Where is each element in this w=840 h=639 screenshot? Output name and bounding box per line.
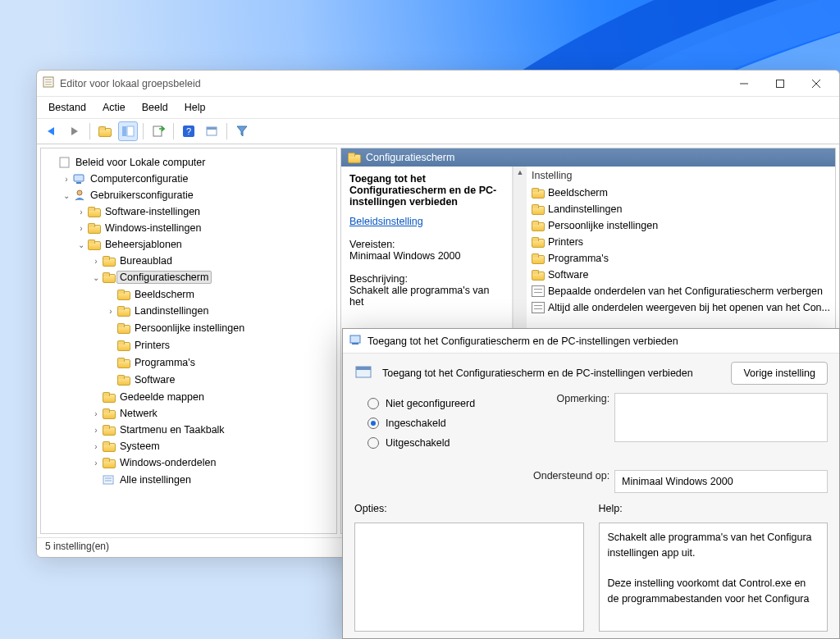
description-value: Schakelt alle programma's van het	[349, 285, 504, 308]
svg-rect-17	[76, 182, 81, 184]
column-header-setting[interactable]: Instelling	[532, 170, 830, 181]
svg-rect-5	[777, 80, 784, 87]
scroll-up-icon[interactable]: ▲	[517, 168, 524, 176]
tree-printers[interactable]: Printers	[105, 337, 173, 354]
menu-action[interactable]: Actie	[94, 98, 134, 116]
forward-button[interactable]	[65, 121, 84, 141]
dialog-titlebar[interactable]: Toegang tot het Configuratiescherm en de…	[343, 329, 839, 354]
tree-all-settings[interactable]: Alle instellingen	[90, 472, 194, 488]
options-box[interactable]	[354, 523, 584, 632]
help-box[interactable]: Schakelt alle programma's van het Config…	[599, 523, 829, 632]
policy-dialog: Toegang tot het Configuratiescherm en de…	[342, 328, 840, 639]
content-header-title: Configuratiescherm	[366, 152, 454, 163]
comment-field[interactable]	[614, 393, 828, 442]
export-button[interactable]	[148, 121, 168, 141]
tree-shared-folders[interactable]: Gedeelde mappen	[90, 389, 208, 405]
tree-windows-components[interactable]: ›Windows-onderdelen	[90, 454, 219, 471]
svg-rect-16	[74, 175, 84, 181]
help-paragraph-1: Schakelt alle programma's van het Config…	[608, 530, 819, 561]
folder-icon	[532, 204, 545, 215]
dialog-window-title: Toegang tot het Configuratiescherm en de…	[368, 335, 678, 347]
policy-setting-link[interactable]: Beleidsinstelling	[349, 216, 423, 227]
supported-value: Minimaal Windows 2000	[614, 470, 828, 493]
policy-icon	[532, 302, 545, 313]
tree-computer-config[interactable]: ›Computerconfiguratie	[61, 171, 192, 187]
svg-point-18	[77, 190, 82, 195]
up-button[interactable]	[95, 121, 115, 141]
tree-pane[interactable]: Beleid voor Lokale computer ›Computercon…	[40, 148, 337, 534]
help-label: Help:	[599, 503, 829, 514]
maximize-button[interactable]	[762, 72, 798, 95]
tree-region[interactable]: ›Landinstellingen	[105, 303, 212, 319]
minimize-button[interactable]	[726, 72, 762, 95]
menu-view[interactable]: Beeld	[134, 98, 176, 116]
tree-windows-settings[interactable]: ›Windows-instellingen	[75, 220, 204, 236]
requirements-label: Vereisten:	[349, 239, 504, 250]
requirements-value: Minimaal Windows 2000	[349, 250, 504, 262]
radio-disabled[interactable]: Uitgeschakeld	[368, 437, 475, 449]
tree-software[interactable]: Software	[105, 372, 178, 388]
dialog-header-icon	[354, 363, 374, 385]
properties-button[interactable]	[202, 121, 221, 141]
window-title: Editor voor lokaal groepsbeleid	[60, 78, 726, 89]
close-button[interactable]	[798, 72, 834, 95]
menu-file[interactable]: Bestand	[40, 98, 94, 116]
tree-startmenu[interactable]: ›Startmenu en Taakbalk	[90, 422, 228, 438]
folder-icon	[348, 153, 361, 163]
folder-icon	[532, 253, 545, 264]
state-radio-group: Niet geconfigureerd Ingeschakeld Uitgesc…	[368, 398, 475, 486]
svg-rect-10	[153, 126, 162, 136]
svg-rect-19	[103, 476, 113, 484]
svg-rect-8	[122, 126, 126, 136]
svg-rect-15	[60, 157, 69, 167]
content-header: Configuratiescherm	[341, 148, 835, 167]
menubar: Bestand Actie Beeld Help	[37, 97, 839, 119]
help-paragraph-2: Deze instelling voorkomt dat Control.exe…	[608, 576, 819, 607]
titlebar[interactable]: Editor voor lokaal groepsbeleid	[37, 71, 839, 97]
radio-enabled[interactable]: Ingeschakeld	[368, 418, 475, 429]
previous-setting-button[interactable]: Vorige instelling	[731, 362, 828, 385]
folder-icon	[532, 188, 545, 199]
list-item: Beeldscherm	[532, 185, 830, 201]
tree-programs[interactable]: Programma's	[105, 354, 199, 371]
list-item: Bepaalde onderdelen van het Configuratie…	[532, 283, 830, 299]
tree-personalization[interactable]: Persoonlijke instellingen	[105, 320, 248, 336]
selected-policy-title: Toegang tot het Configuratiescherm en de…	[349, 173, 496, 208]
show-tree-button[interactable]	[118, 121, 138, 141]
tree-display[interactable]: Beeldscherm	[105, 286, 198, 303]
list-item: Altijd alle onderdelen weergeven bij het…	[532, 299, 830, 316]
svg-rect-9	[127, 126, 134, 136]
supported-label: Ondersteund op:	[508, 470, 614, 482]
filter-button[interactable]	[232, 121, 252, 141]
svg-rect-25	[356, 367, 371, 370]
svg-text:?: ?	[186, 126, 191, 136]
tree-root[interactable]: Beleid voor Lokale computer	[46, 154, 208, 171]
svg-rect-14	[207, 127, 217, 130]
radio-not-configured[interactable]: Niet geconfigureerd	[368, 398, 475, 409]
menu-help[interactable]: Help	[176, 98, 214, 116]
folder-icon	[532, 221, 545, 231]
list-item: Persoonlijke instellingen	[532, 217, 830, 234]
dialog-header-title: Toegang tot het Configuratiescherm en de…	[382, 367, 723, 379]
tree-system[interactable]: ›Systeem	[90, 438, 163, 454]
options-label: Opties:	[354, 503, 584, 514]
tree-admin-templates[interactable]: ⌄Beheersjablonen	[75, 236, 185, 253]
policy-icon	[532, 285, 545, 297]
dialog-header: Toegang tot het Configuratiescherm en de…	[343, 354, 839, 393]
help-button[interactable]: ?	[179, 121, 199, 141]
list-item: Printers	[532, 234, 830, 250]
tree-control-panel[interactable]: ⌄Configuratiescherm	[90, 269, 212, 285]
svg-rect-23	[352, 343, 358, 345]
list-item: Landinstellingen	[532, 201, 830, 217]
toolbar: ?	[37, 119, 839, 144]
list-item: Programma's	[532, 250, 830, 267]
status-text: 5 instelling(en)	[45, 541, 109, 552]
comment-label: Opmerking:	[508, 393, 614, 404]
dialog-title-icon	[349, 333, 363, 349]
folder-icon	[532, 270, 545, 281]
back-button[interactable]	[42, 121, 62, 141]
tree-user-config[interactable]: ⌄Gebruikersconfiguratie	[61, 187, 197, 203]
tree-desktop[interactable]: ›Bureaublad	[90, 253, 176, 269]
tree-network[interactable]: ›Netwerk	[90, 405, 161, 422]
tree-software-settings[interactable]: ›Software-instellingen	[75, 203, 203, 220]
